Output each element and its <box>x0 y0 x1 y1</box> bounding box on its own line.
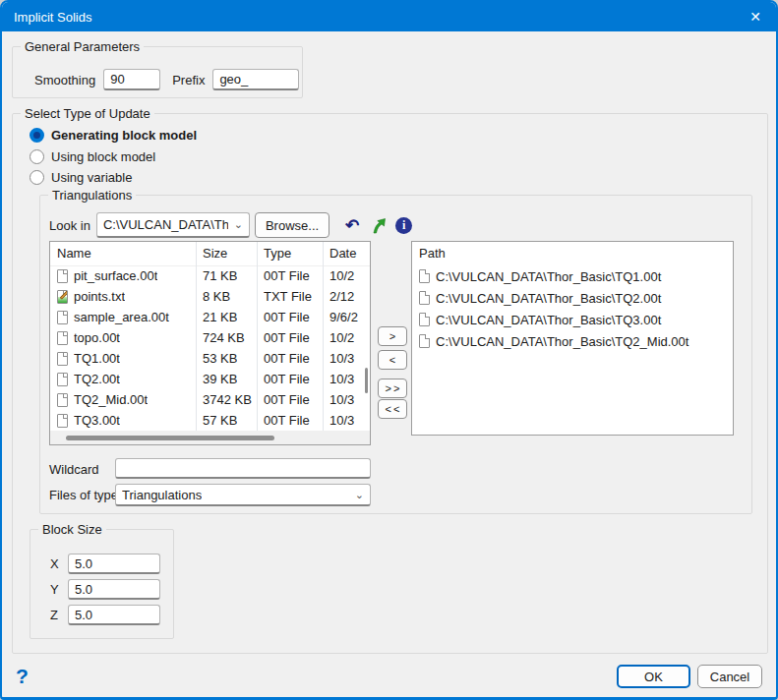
title-bar[interactable]: Implicit Solids ✕ <box>2 2 776 31</box>
path-text: C:\VULCAN_DATA\Thor_Basic\TQ2.00t <box>436 291 661 306</box>
cancel-label: Cancel <box>710 670 749 684</box>
column-header-date[interactable]: Date <box>323 242 370 265</box>
prefix-label: Prefix <box>172 73 205 88</box>
radio-unselected-icon <box>30 170 44 185</box>
z-label: Z <box>50 608 62 622</box>
vertical-scrollbar[interactable] <box>365 368 368 393</box>
list-item[interactable]: C:\VULCAN_DATA\Thor_Basic\TQ1.00t <box>412 265 733 287</box>
y-size-field[interactable] <box>68 579 160 600</box>
list-item[interactable]: C:\VULCAN_DATA\Thor_Basic\TQ2.00t <box>412 287 733 309</box>
file-size-cell: 57 KB <box>196 410 257 431</box>
close-button[interactable]: ✕ <box>735 2 776 31</box>
general-parameters-group: General Parameters Smoothing Prefix <box>12 46 303 98</box>
undo-icon: ↶ <box>345 217 359 234</box>
files-of-type-label: Files of type <box>49 488 118 502</box>
move-all-right-button[interactable]: >> <box>378 379 407 398</box>
file-size-cell: 724 KB <box>196 327 257 348</box>
files-of-type-value: Triangulations <box>122 488 202 502</box>
list-item[interactable]: C:\VULCAN_DATA\Thor_Basic\TQ2_Mid.00t <box>412 330 733 352</box>
wildcard-label: Wildcard <box>49 462 99 477</box>
path-text: C:\VULCAN_DATA\Thor_Basic\TQ2_Mid.00t <box>436 334 688 349</box>
horizontal-scrollbar[interactable] <box>50 431 370 444</box>
file-name-cell: TQ2_Mid.00t <box>50 389 196 410</box>
help-icon: ? <box>16 665 29 687</box>
file-type-cell: 00T File <box>257 369 323 389</box>
file-icon <box>57 414 68 428</box>
smoothing-label: Smoothing <box>34 73 95 88</box>
prefix-field[interactable] <box>212 69 299 90</box>
file-name-cell: pit_surface.00t <box>50 265 196 286</box>
up-arrow-icon <box>371 216 388 234</box>
radio-selected-icon <box>30 128 44 143</box>
group-label: Select Type of Update <box>21 106 154 122</box>
column-divider <box>257 242 258 431</box>
close-icon: ✕ <box>749 9 761 25</box>
up-directory-button[interactable] <box>368 216 389 234</box>
ok-label: OK <box>644 670 663 684</box>
file-name-cell: topo.00t <box>50 327 196 348</box>
move-right-button[interactable]: > <box>378 326 407 346</box>
look-in-label: Look in <box>49 218 90 233</box>
group-label: Triangulations <box>48 188 136 204</box>
path-column-header[interactable]: Path <box>412 242 733 265</box>
smoothing-field[interactable] <box>103 69 160 90</box>
file-icon <box>57 393 68 407</box>
chevron-down-icon: ⌄ <box>228 218 243 231</box>
file-date-cell: 10/2 <box>323 327 370 348</box>
file-date-cell: 10/3 <box>323 389 370 410</box>
x-label: X <box>50 556 62 571</box>
chevron-down-icon: ⌄ <box>349 489 364 501</box>
radio-generating-block-model[interactable]: Generating block model <box>30 126 197 144</box>
move-left-button[interactable]: < <box>378 350 407 370</box>
path-rows: C:\VULCAN_DATA\Thor_Basic\TQ1.00tC:\VULC… <box>412 265 733 352</box>
look-in-value: C:\VULCAN_DATA\Thor_ <box>103 217 228 232</box>
block-size-row: Z <box>50 605 160 625</box>
file-date-cell: 9/6/2 <box>323 307 370 327</box>
move-all-left-button[interactable]: << <box>378 399 407 419</box>
wildcard-input[interactable] <box>115 458 371 479</box>
path-text: C:\VULCAN_DATA\Thor_Basic\TQ3.00t <box>436 313 661 327</box>
path-list[interactable]: Path C:\VULCAN_DATA\Thor_Basic\TQ1.00tC:… <box>411 241 734 436</box>
dialog-title: Implicit Solids <box>14 10 91 25</box>
text-file-icon <box>57 290 68 304</box>
look-in-select[interactable]: C:\VULCAN_DATA\Thor_ ⌄ <box>96 212 250 238</box>
file-type-cell: 00T File <box>257 327 323 348</box>
files-of-type-select[interactable]: Triangulations ⌄ <box>115 484 371 506</box>
radio-label: Using block model <box>51 149 155 164</box>
file-date-cell: 10/3 <box>323 410 370 431</box>
cancel-button[interactable]: Cancel <box>697 665 762 688</box>
block-size-row: Y <box>50 579 160 600</box>
radio-label: Using variable <box>51 170 132 185</box>
x-size-field[interactable] <box>68 554 160 574</box>
info-button[interactable]: i <box>395 217 412 234</box>
help-button[interactable]: ? <box>16 665 29 688</box>
y-label: Y <box>50 582 62 597</box>
column-divider <box>196 242 197 431</box>
undo-button[interactable]: ↶ <box>341 217 363 234</box>
horizontal-scrollbar-thumb[interactable] <box>66 436 274 440</box>
file-type-cell: 00T File <box>257 410 323 431</box>
file-type-cell: 00T File <box>257 265 323 286</box>
column-header-name[interactable]: Name <box>50 242 196 265</box>
block-size-row: X <box>50 554 160 574</box>
radio-using-variable[interactable]: Using variable <box>30 168 132 186</box>
column-header-size[interactable]: Size <box>196 242 257 265</box>
list-item[interactable]: C:\VULCAN_DATA\Thor_Basic\TQ3.00t <box>412 309 733 330</box>
file-date-cell: 2/12 <box>323 286 370 307</box>
file-type-cell: 00T File <box>257 389 323 410</box>
column-header-type[interactable]: Type <box>257 242 323 265</box>
radio-using-block-model[interactable]: Using block model <box>30 147 155 165</box>
ok-button[interactable]: OK <box>617 665 690 688</box>
radio-unselected-icon <box>30 149 44 164</box>
z-size-field[interactable] <box>68 605 160 625</box>
browse-button[interactable]: Browse... <box>255 212 329 238</box>
file-size-cell: 3742 KB <box>196 389 257 410</box>
file-list[interactable]: NameSizeTypeDate pit_surface.00t71 KB00T… <box>49 241 371 445</box>
file-date-cell: 10/3 <box>323 348 370 369</box>
file-icon <box>419 291 430 305</box>
file-icon <box>57 331 68 345</box>
file-name-cell: sample_area.00t <box>50 307 196 327</box>
block-size-group: Block Size XYZ <box>30 529 174 639</box>
file-size-cell: 8 KB <box>196 286 257 307</box>
file-icon <box>57 373 68 386</box>
